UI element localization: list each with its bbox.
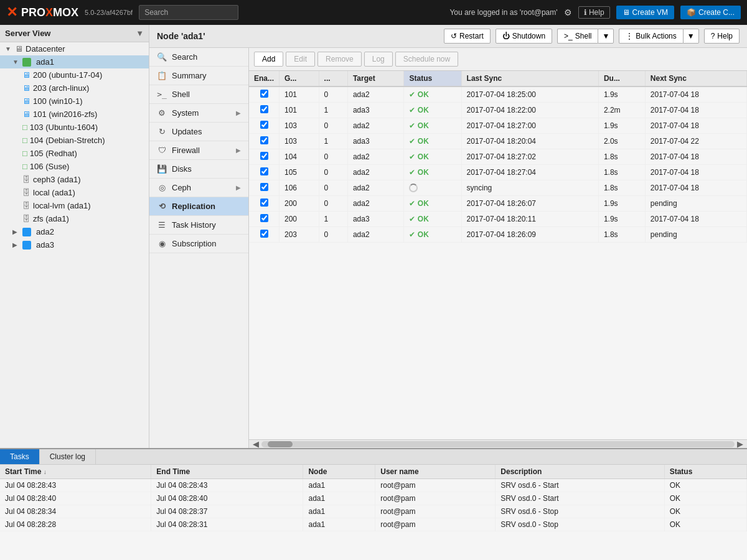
cell-guest: 101 bbox=[280, 86, 319, 103]
sidebar-item-105[interactable]: □ 105 (Redhat) bbox=[0, 147, 149, 160]
task-row[interactable]: Jul 04 08:28:34Jul 04 08:28:37ada1root@p… bbox=[0, 505, 747, 518]
enabled-checkbox[interactable] bbox=[260, 121, 268, 129]
table-row[interactable]: 1040ada2✔ OK2017-07-04 18:27:021.8s2017-… bbox=[249, 149, 747, 165]
terminal-icon: >_ bbox=[564, 32, 573, 40]
sidebar-item-104[interactable]: □ 104 (Debian-Stretch) bbox=[0, 134, 149, 147]
nav-item-summary[interactable]: 📋 Summary bbox=[149, 67, 248, 85]
shell-dropdown-button[interactable]: ▼ bbox=[598, 29, 614, 44]
cell-job: 1 bbox=[319, 212, 347, 227]
nav-item-task-history[interactable]: ☰ Task History bbox=[149, 216, 248, 235]
col-job[interactable]: ... bbox=[319, 71, 347, 86]
cell-target: ada2 bbox=[347, 196, 404, 212]
enabled-checkbox[interactable] bbox=[260, 167, 268, 175]
bulk-actions-button[interactable]: ⋮ Bulk Actions bbox=[619, 29, 682, 44]
sidebar-item-local[interactable]: 🗄 local (ada1) bbox=[0, 186, 149, 199]
log-button[interactable]: Log bbox=[364, 52, 393, 67]
nav-item-ceph[interactable]: ◎ Ceph ▶ bbox=[149, 179, 248, 197]
nav-item-search[interactable]: 🔍 Search bbox=[149, 48, 248, 67]
sidebar-item-ada2[interactable]: ▶ ada2 bbox=[0, 225, 149, 238]
cell-next-sync: pending bbox=[645, 196, 746, 212]
table-row[interactable]: 1010ada2✔ OK2017-07-04 18:25:001.9s2017-… bbox=[249, 86, 747, 103]
enabled-checkbox[interactable] bbox=[260, 183, 268, 191]
cell-guest: 103 bbox=[280, 118, 319, 134]
task-col-end[interactable]: End Time bbox=[151, 465, 303, 479]
sidebar-item-203[interactable]: 🖥 203 (arch-linux) bbox=[0, 82, 149, 95]
shell-button[interactable]: >_ Shell bbox=[557, 29, 598, 44]
enabled-checkbox[interactable] bbox=[260, 214, 268, 222]
col-next-sync[interactable]: Next Sync bbox=[645, 71, 746, 86]
table-row[interactable]: 1031ada3✔ OK2017-07-04 18:20:042.0s2017-… bbox=[249, 134, 747, 149]
sidebar-item-ada3[interactable]: ▶ ada3 bbox=[0, 238, 149, 251]
sidebar-item-ceph3[interactable]: 🗄 ceph3 (ada1) bbox=[0, 173, 149, 186]
ct-icon-105: □ bbox=[22, 149, 27, 158]
table-row[interactable]: 2030ada2✔ OK2017-07-04 18:26:091.8spendi… bbox=[249, 227, 747, 243]
col-last-sync[interactable]: Last Sync bbox=[461, 71, 598, 86]
task-row[interactable]: Jul 04 08:28:28Jul 04 08:28:31ada1root@p… bbox=[0, 518, 747, 531]
sidebar-item-101[interactable]: 🖥 101 (win2016-zfs) bbox=[0, 108, 149, 121]
horizontal-scrollbar[interactable]: ◀ ▶ bbox=[249, 439, 747, 448]
task-col-status[interactable]: Status bbox=[664, 465, 746, 479]
task-row[interactable]: Jul 04 08:28:40Jul 04 08:28:40ada1root@p… bbox=[0, 492, 747, 505]
nav-item-firewall[interactable]: 🛡 Firewall ▶ bbox=[149, 141, 248, 160]
table-row[interactable]: 2000ada2✔ OK2017-07-04 18:26:071.9spendi… bbox=[249, 196, 747, 212]
help-button-top[interactable]: ℹ Help bbox=[578, 6, 610, 19]
task-row[interactable]: Jul 04 08:28:43Jul 04 08:28:43ada1root@p… bbox=[0, 479, 747, 492]
logo-area: ✕ PROXMOX 5.0-23/af4267bf bbox=[6, 4, 133, 21]
sidebar-item-103[interactable]: □ 103 (Ubuntu-1604) bbox=[0, 121, 149, 134]
enabled-checkbox[interactable] bbox=[260, 198, 268, 207]
create-ct-button[interactable]: 📦 Create C... bbox=[680, 6, 741, 19]
nav-item-subscription[interactable]: ◉ Subscription bbox=[149, 235, 248, 253]
sidebar-item-200[interactable]: 🖥 200 (ubuntu-17-04) bbox=[0, 68, 149, 82]
nav-item-system[interactable]: ⚙ System ▶ bbox=[149, 104, 248, 123]
remove-button[interactable]: Remove bbox=[317, 52, 362, 67]
nav-item-replication[interactable]: ⟲ Replication bbox=[149, 197, 248, 216]
scroll-left-arrow[interactable]: ◀ bbox=[250, 439, 261, 448]
enabled-checkbox[interactable] bbox=[260, 105, 268, 113]
task-col-start[interactable]: Start Time ↓ bbox=[0, 465, 151, 479]
nav-item-updates[interactable]: ↻ Updates bbox=[149, 123, 248, 141]
add-button[interactable]: Add bbox=[254, 52, 283, 67]
table-row[interactable]: 1050ada2✔ OK2017-07-04 18:27:041.8s2017-… bbox=[249, 165, 747, 180]
task-col-user[interactable]: User name bbox=[375, 465, 496, 479]
settings-gear-button[interactable]: ⚙ bbox=[564, 7, 572, 17]
table-row[interactable]: 2001ada3✔ OK2017-07-04 18:20:111.9s2017-… bbox=[249, 212, 747, 227]
sidebar-item-106[interactable]: □ 106 (Suse) bbox=[0, 160, 149, 173]
edit-button[interactable]: Edit bbox=[286, 52, 315, 67]
scroll-track[interactable] bbox=[261, 441, 735, 447]
restart-button[interactable]: ↺ Restart bbox=[444, 29, 491, 44]
table-row[interactable]: 1030ada2✔ OK2017-07-04 18:27:001.9s2017-… bbox=[249, 118, 747, 134]
nav-item-disks[interactable]: 💾 Disks bbox=[149, 160, 248, 179]
col-enabled[interactable]: Ena... bbox=[249, 71, 280, 86]
sidebar-item-datacenter[interactable]: ▼ 🖥 Datacenter bbox=[0, 42, 149, 55]
cell-end: Jul 04 08:28:37 bbox=[151, 505, 303, 518]
create-vm-button[interactable]: 🖥 Create VM bbox=[616, 6, 674, 19]
shutdown-button[interactable]: ⏻ Shutdown bbox=[496, 29, 552, 44]
nav-item-shell[interactable]: >_ Shell bbox=[149, 85, 248, 104]
scroll-thumb[interactable] bbox=[268, 441, 293, 447]
bulk-actions-dropdown-button[interactable]: ▼ bbox=[683, 29, 699, 44]
enabled-checkbox[interactable] bbox=[260, 230, 268, 238]
scroll-right-arrow[interactable]: ▶ bbox=[735, 439, 746, 448]
sidebar-item-zfs[interactable]: 🗄 zfs (ada1) bbox=[0, 212, 149, 225]
global-search-input[interactable] bbox=[139, 5, 238, 20]
help-button[interactable]: ? Help bbox=[704, 29, 740, 44]
table-row[interactable]: 1011ada3✔ OK2017-07-04 18:22:002.2m2017-… bbox=[249, 103, 747, 118]
sidebar-item-local-lvm[interactable]: 🗄 local-lvm (ada1) bbox=[0, 199, 149, 212]
sidebar-item-100[interactable]: 🖥 100 (win10-1) bbox=[0, 95, 149, 108]
cell-guest: 200 bbox=[280, 196, 319, 212]
enabled-checkbox[interactable] bbox=[260, 152, 268, 160]
sidebar-item-ada1[interactable]: ▼ ada1 bbox=[0, 55, 149, 68]
tab-cluster-log[interactable]: Cluster log bbox=[40, 449, 96, 464]
col-guest[interactable]: G... bbox=[280, 71, 319, 86]
table-row[interactable]: 1060ada2syncing1.8s2017-07-04 18 bbox=[249, 180, 747, 196]
task-col-node[interactable]: Node bbox=[303, 465, 375, 479]
task-col-desc[interactable]: Description bbox=[496, 465, 664, 479]
col-status[interactable]: Status bbox=[404, 71, 461, 86]
col-duration[interactable]: Du... bbox=[598, 71, 645, 86]
col-target[interactable]: Target bbox=[347, 71, 404, 86]
cell-target: ada2 bbox=[347, 118, 404, 134]
enabled-checkbox[interactable] bbox=[260, 136, 268, 144]
schedule-now-button[interactable]: Schedule now bbox=[395, 52, 458, 67]
tab-tasks[interactable]: Tasks bbox=[0, 449, 40, 464]
enabled-checkbox[interactable] bbox=[260, 90, 268, 98]
